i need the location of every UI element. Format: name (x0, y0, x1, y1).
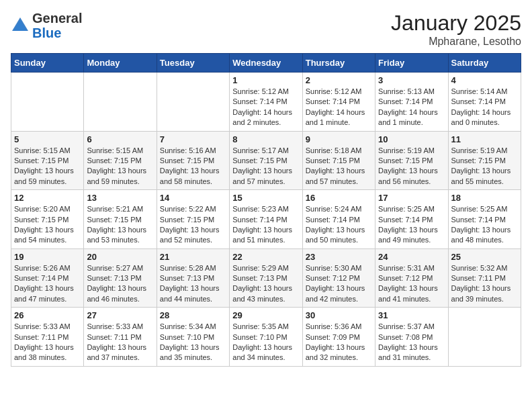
day-info: Sunrise: 5:29 AM Sunset: 7:13 PM Dayligh… (232, 263, 299, 305)
day-number: 2 (306, 75, 372, 85)
weekday-header-sunday: Sunday (11, 54, 84, 73)
day-number: 16 (306, 193, 372, 203)
calendar-cell: 18Sunrise: 5:25 AM Sunset: 7:14 PM Dayli… (448, 190, 521, 249)
weekday-header-friday: Friday (375, 54, 448, 73)
day-number: 6 (87, 134, 153, 144)
day-number: 10 (378, 134, 445, 144)
calendar-cell: 28Sunrise: 5:34 AM Sunset: 7:10 PM Dayli… (157, 308, 229, 367)
day-info: Sunrise: 5:37 AM Sunset: 7:08 PM Dayligh… (378, 322, 445, 363)
day-number: 30 (306, 310, 372, 320)
day-info: Sunrise: 5:21 AM Sunset: 7:15 PM Dayligh… (87, 204, 153, 246)
calendar-cell: 27Sunrise: 5:33 AM Sunset: 7:11 PM Dayli… (84, 308, 157, 367)
day-info: Sunrise: 5:28 AM Sunset: 7:13 PM Dayligh… (160, 263, 226, 305)
day-info: Sunrise: 5:12 AM Sunset: 7:14 PM Dayligh… (306, 87, 372, 128)
day-info: Sunrise: 5:33 AM Sunset: 7:11 PM Dayligh… (14, 322, 81, 363)
day-info: Sunrise: 5:32 AM Sunset: 7:11 PM Dayligh… (451, 263, 518, 305)
calendar-table: SundayMondayTuesdayWednesdayThursdayFrid… (11, 53, 521, 367)
day-info: Sunrise: 5:14 AM Sunset: 7:14 PM Dayligh… (451, 87, 518, 128)
day-info: Sunrise: 5:22 AM Sunset: 7:15 PM Dayligh… (160, 204, 226, 246)
day-info: Sunrise: 5:13 AM Sunset: 7:14 PM Dayligh… (378, 87, 445, 128)
calendar-cell: 20Sunrise: 5:27 AM Sunset: 7:13 PM Dayli… (84, 248, 157, 308)
logo-general: General (32, 11, 82, 26)
calendar-cell: 15Sunrise: 5:23 AM Sunset: 7:14 PM Dayli… (230, 190, 302, 249)
weekday-header-tuesday: Tuesday (157, 54, 229, 73)
day-info: Sunrise: 5:19 AM Sunset: 7:15 PM Dayligh… (378, 146, 445, 187)
weekday-header-row: SundayMondayTuesdayWednesdayThursdayFrid… (11, 54, 521, 73)
day-number: 15 (232, 193, 299, 203)
calendar-week-row: 19Sunrise: 5:26 AM Sunset: 7:14 PM Dayli… (11, 248, 521, 308)
calendar-cell: 9Sunrise: 5:18 AM Sunset: 7:15 PM Daylig… (302, 131, 375, 190)
calendar-cell: 26Sunrise: 5:33 AM Sunset: 7:11 PM Dayli… (11, 308, 84, 367)
day-number: 23 (306, 252, 372, 262)
calendar-cell (84, 73, 157, 132)
calendar-cell: 30Sunrise: 5:36 AM Sunset: 7:09 PM Dayli… (302, 308, 375, 367)
day-number: 18 (451, 193, 518, 203)
calendar-cell: 29Sunrise: 5:35 AM Sunset: 7:10 PM Dayli… (230, 308, 302, 367)
calendar-cell: 3Sunrise: 5:13 AM Sunset: 7:14 PM Daylig… (375, 73, 448, 132)
calendar-cell: 23Sunrise: 5:30 AM Sunset: 7:12 PM Dayli… (302, 248, 375, 308)
day-number: 7 (160, 134, 226, 144)
day-number: 11 (451, 134, 518, 144)
calendar-cell: 11Sunrise: 5:19 AM Sunset: 7:15 PM Dayli… (448, 131, 521, 190)
calendar-cell: 17Sunrise: 5:25 AM Sunset: 7:14 PM Dayli… (375, 190, 448, 249)
calendar-cell: 24Sunrise: 5:31 AM Sunset: 7:12 PM Dayli… (375, 248, 448, 308)
calendar-cell: 7Sunrise: 5:16 AM Sunset: 7:15 PM Daylig… (157, 131, 229, 190)
day-number: 4 (451, 75, 518, 85)
day-number: 26 (14, 310, 81, 320)
logo-icon (11, 16, 30, 35)
day-info: Sunrise: 5:17 AM Sunset: 7:15 PM Dayligh… (232, 146, 299, 187)
weekday-header-thursday: Thursday (302, 54, 375, 73)
calendar-cell: 16Sunrise: 5:24 AM Sunset: 7:14 PM Dayli… (302, 190, 375, 249)
day-number: 22 (232, 252, 299, 262)
weekday-header-monday: Monday (84, 54, 157, 73)
calendar-cell: 1Sunrise: 5:12 AM Sunset: 7:14 PM Daylig… (230, 73, 302, 132)
day-info: Sunrise: 5:35 AM Sunset: 7:10 PM Dayligh… (232, 322, 299, 363)
day-number: 25 (451, 252, 518, 262)
day-info: Sunrise: 5:18 AM Sunset: 7:15 PM Dayligh… (306, 146, 372, 187)
calendar-week-row: 26Sunrise: 5:33 AM Sunset: 7:11 PM Dayli… (11, 308, 521, 367)
day-info: Sunrise: 5:16 AM Sunset: 7:15 PM Dayligh… (160, 146, 226, 187)
day-info: Sunrise: 5:34 AM Sunset: 7:10 PM Dayligh… (160, 322, 226, 363)
calendar-cell (11, 73, 84, 132)
day-info: Sunrise: 5:20 AM Sunset: 7:15 PM Dayligh… (14, 204, 81, 246)
calendar-cell: 10Sunrise: 5:19 AM Sunset: 7:15 PM Dayli… (375, 131, 448, 190)
day-number: 29 (232, 310, 299, 320)
day-number: 27 (87, 310, 153, 320)
day-info: Sunrise: 5:33 AM Sunset: 7:11 PM Dayligh… (87, 322, 153, 363)
calendar-cell: 2Sunrise: 5:12 AM Sunset: 7:14 PM Daylig… (302, 73, 375, 132)
day-info: Sunrise: 5:12 AM Sunset: 7:14 PM Dayligh… (232, 87, 299, 128)
month-title: January 2025 (391, 11, 521, 36)
day-info: Sunrise: 5:24 AM Sunset: 7:14 PM Dayligh… (306, 204, 372, 246)
day-info: Sunrise: 5:30 AM Sunset: 7:12 PM Dayligh… (306, 263, 372, 305)
day-info: Sunrise: 5:25 AM Sunset: 7:14 PM Dayligh… (378, 204, 445, 246)
day-info: Sunrise: 5:36 AM Sunset: 7:09 PM Dayligh… (306, 322, 372, 363)
day-info: Sunrise: 5:26 AM Sunset: 7:14 PM Dayligh… (14, 263, 81, 305)
day-number: 21 (160, 252, 226, 262)
calendar-cell: 12Sunrise: 5:20 AM Sunset: 7:15 PM Dayli… (11, 190, 84, 249)
logo-text: General Blue (32, 11, 82, 40)
day-number: 13 (87, 193, 153, 203)
day-info: Sunrise: 5:23 AM Sunset: 7:14 PM Dayligh… (232, 204, 299, 246)
day-number: 19 (14, 252, 81, 262)
calendar-cell: 5Sunrise: 5:15 AM Sunset: 7:15 PM Daylig… (11, 131, 84, 190)
day-number: 8 (232, 134, 299, 144)
logo-blue: Blue (32, 26, 61, 40)
day-info: Sunrise: 5:19 AM Sunset: 7:15 PM Dayligh… (451, 146, 518, 187)
calendar-cell: 22Sunrise: 5:29 AM Sunset: 7:13 PM Dayli… (230, 248, 302, 308)
calendar-cell: 21Sunrise: 5:28 AM Sunset: 7:13 PM Dayli… (157, 248, 229, 308)
calendar-cell: 4Sunrise: 5:14 AM Sunset: 7:14 PM Daylig… (448, 73, 521, 132)
calendar-week-row: 1Sunrise: 5:12 AM Sunset: 7:14 PM Daylig… (11, 73, 521, 132)
day-number: 12 (14, 193, 81, 203)
location: Mpharane, Lesotho (391, 36, 521, 48)
day-number: 24 (378, 252, 445, 262)
weekday-header-saturday: Saturday (448, 54, 521, 73)
day-info: Sunrise: 5:25 AM Sunset: 7:14 PM Dayligh… (451, 204, 518, 246)
day-number: 28 (160, 310, 226, 320)
weekday-header-wednesday: Wednesday (230, 54, 302, 73)
calendar-week-row: 5Sunrise: 5:15 AM Sunset: 7:15 PM Daylig… (11, 131, 521, 190)
day-number: 3 (378, 75, 445, 85)
calendar-cell: 8Sunrise: 5:17 AM Sunset: 7:15 PM Daylig… (230, 131, 302, 190)
day-number: 14 (160, 193, 226, 203)
day-info: Sunrise: 5:27 AM Sunset: 7:13 PM Dayligh… (87, 263, 153, 305)
calendar-cell: 31Sunrise: 5:37 AM Sunset: 7:08 PM Dayli… (375, 308, 448, 367)
